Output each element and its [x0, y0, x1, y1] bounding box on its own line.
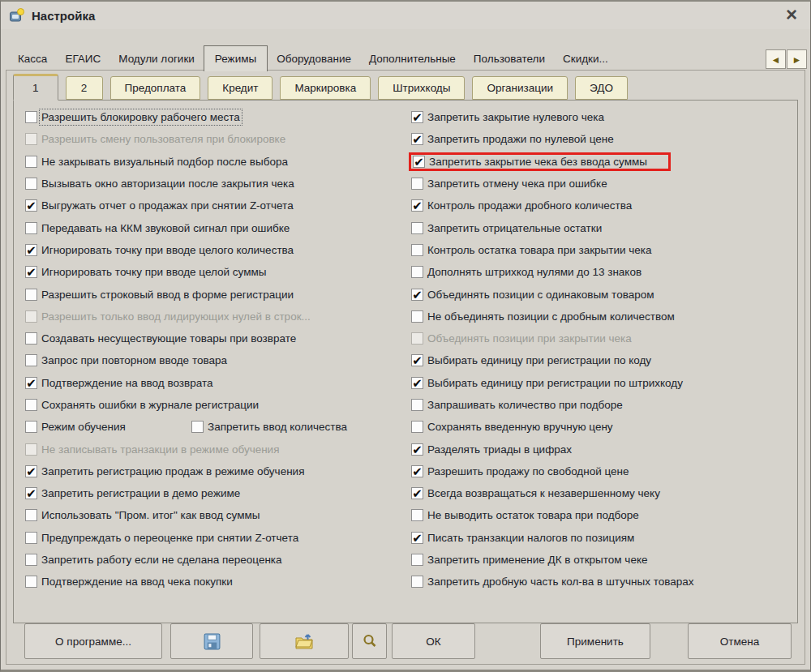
tab-скидки-[interactable]: Скидки...	[554, 47, 617, 71]
checkbox[interactable]: ✔	[25, 266, 37, 278]
checkbox[interactable]: ✔	[25, 377, 37, 389]
checkbox-item[interactable]: Запретить отрицательные остатки	[411, 222, 602, 234]
checkbox-item[interactable]: ✔Писать транзакции налогов по позициям	[411, 532, 634, 544]
checkbox-item[interactable]: ✔Контроль продажи дробного количества	[411, 199, 632, 212]
checkbox[interactable]: ✔	[411, 133, 423, 145]
tab-егаис[interactable]: ЕГАИС	[56, 47, 109, 71]
tab-1[interactable]: 1	[13, 74, 58, 101]
checkbox-item[interactable]: Разрешить только ввод лидирующих нулей в…	[25, 310, 311, 323]
checkbox-item[interactable]: Не записывать транзакции в режиме обучен…	[25, 443, 279, 456]
tab-организации[interactable]: Организации	[472, 76, 568, 100]
tab-режимы[interactable]: Режимы	[204, 45, 268, 71]
scroll-left-icon[interactable]: ◄	[766, 49, 786, 69]
checkbox-item[interactable]: ✔Игнорировать точку при вводе целого кол…	[25, 244, 294, 256]
checkbox[interactable]	[411, 576, 423, 588]
checkbox[interactable]: ✔	[411, 487, 423, 499]
scroll-right-icon[interactable]: ►	[787, 49, 807, 69]
checkbox[interactable]	[411, 178, 423, 190]
checkbox[interactable]	[411, 332, 423, 345]
checkbox[interactable]	[411, 266, 423, 278]
checkbox-item[interactable]: Запретить отмену чека при ошибке	[411, 178, 607, 190]
checkbox[interactable]	[25, 111, 37, 123]
checkbox[interactable]: ✔	[411, 443, 423, 456]
save-button[interactable]	[170, 623, 253, 659]
checkbox-item[interactable]: Запрашивать количество при подборе	[411, 399, 623, 411]
checkbox[interactable]	[25, 332, 37, 345]
checkbox-item[interactable]: ✔Разрешить продажу по свободной цене	[411, 465, 629, 477]
checkbox-item[interactable]: Разрешить смену пользователя при блокиро…	[25, 133, 285, 145]
checkbox[interactable]	[25, 576, 37, 588]
tab-эдо[interactable]: ЭДО	[575, 76, 628, 100]
tab-маркировка[interactable]: Маркировка	[280, 76, 371, 100]
checkbox-item[interactable]: Сохранять ошибки в журнале регистрации	[25, 399, 259, 411]
checkbox-item[interactable]: Использовать "Пром. итог" как ввод суммы	[25, 509, 260, 521]
checkbox[interactable]: ✔	[25, 465, 37, 477]
checkbox-item[interactable]: ✔Запретить закрытие чека без ввода суммы	[409, 152, 671, 171]
checkbox[interactable]	[25, 222, 37, 234]
search-button[interactable]	[352, 623, 387, 659]
checkbox-item[interactable]: Запретить дробную часть кол-ва в штучных…	[411, 576, 693, 588]
checkbox-item[interactable]: Режим обучения	[25, 421, 191, 433]
checkbox[interactable]: ✔	[411, 377, 423, 389]
checkbox-item[interactable]: Запретить применение ДК в открытом чеке	[411, 554, 647, 566]
checkbox-item[interactable]: ✔Объединять позиции с одинаковым товаром	[411, 289, 654, 301]
load-button[interactable]	[260, 623, 349, 659]
checkbox-item[interactable]: ✔Запретить регистрацию продаж в режиме о…	[25, 465, 304, 477]
checkbox-item[interactable]: Разрешить строковый ввод в форме регистр…	[25, 289, 294, 301]
checkbox[interactable]	[25, 399, 37, 411]
checkbox-item[interactable]: ✔Подтверждение на ввод возврата	[25, 377, 212, 389]
checkbox[interactable]: ✔	[411, 199, 423, 212]
checkbox[interactable]	[411, 310, 423, 323]
checkbox-item[interactable]: ✔Выбирать единицу при регистрации по код…	[411, 354, 651, 366]
checkbox-item[interactable]: Не закрывать визуальный подбор после выб…	[25, 156, 288, 168]
checkbox[interactable]	[25, 554, 37, 566]
checkbox[interactable]	[25, 421, 37, 433]
tab-оборудование[interactable]: Оборудование	[268, 47, 360, 71]
checkbox[interactable]	[25, 178, 37, 190]
tab-модули-логики[interactable]: Модули логики	[109, 47, 204, 71]
checkbox-item[interactable]: Вызывать окно авторизации после закрытия…	[25, 178, 294, 190]
checkbox-item[interactable]: Сохранять введенную вручную цену	[411, 421, 613, 433]
checkbox[interactable]	[25, 509, 37, 521]
checkbox[interactable]	[411, 222, 423, 234]
checkbox-item[interactable]: Запретить ввод количества	[191, 421, 347, 433]
apply-button[interactable]: Применить	[540, 623, 650, 659]
tab-штрихкоды[interactable]: Штрихкоды	[378, 76, 465, 100]
checkbox-item[interactable]: ✔Запретить продажи по нулевой цене	[411, 133, 614, 145]
checkbox[interactable]: ✔	[411, 354, 423, 366]
checkbox[interactable]	[411, 509, 423, 521]
checkbox[interactable]: ✔	[411, 465, 423, 477]
tab-касса[interactable]: Касса	[9, 47, 56, 71]
checkbox[interactable]	[25, 310, 37, 323]
checkbox[interactable]: ✔	[411, 289, 423, 301]
cancel-button[interactable]: Отмена	[688, 623, 792, 659]
about-button[interactable]: О программе...	[24, 623, 162, 659]
checkbox-item[interactable]: Запретить работу если не сделана переоце…	[25, 554, 282, 566]
checkbox[interactable]	[25, 443, 37, 456]
checkbox-item[interactable]: Дополнять штрихкод нулями до 13 знаков	[411, 266, 642, 278]
checkbox-item[interactable]: Создавать несуществующие товары при возв…	[25, 332, 296, 345]
checkbox-item[interactable]: Контроль остатка товара при закрытии чек…	[411, 244, 652, 256]
checkbox[interactable]: ✔	[411, 532, 423, 544]
tab-кредит[interactable]: Кредит	[208, 76, 272, 100]
checkbox[interactable]	[25, 156, 37, 168]
checkbox[interactable]	[191, 421, 204, 433]
checkbox-item[interactable]: Не выводить остаток товара при подборе	[411, 509, 639, 521]
checkbox[interactable]: ✔	[411, 111, 423, 123]
checkbox[interactable]: ✔	[25, 199, 37, 212]
checkbox-item[interactable]: ✔Запретить закрытие нулевого чека	[411, 111, 604, 123]
tab-предоплата[interactable]: Предоплата	[110, 76, 201, 100]
checkbox-item[interactable]: Предупреждать о переоценке при снятии Z-…	[25, 532, 298, 544]
tab-пользователи[interactable]: Пользователи	[465, 47, 554, 71]
checkbox[interactable]	[411, 421, 423, 433]
checkbox-item[interactable]: Запрос при повторном вводе товара	[25, 354, 227, 366]
checkbox[interactable]	[411, 399, 423, 411]
checkbox[interactable]: ✔	[25, 487, 37, 499]
checkbox-item[interactable]: Подтверждение на ввод чека покупки	[25, 576, 233, 588]
checkbox-item[interactable]: Объединять позиции при закрытии чека	[411, 332, 632, 345]
checkbox-item[interactable]: ✔Всегда возвращаться к незавершенному че…	[411, 487, 660, 499]
checkbox-item[interactable]: ✔Запретить регистрации в демо режиме	[25, 487, 240, 499]
checkbox-item[interactable]: ✔Игнорировать точку при вводе целой сумм…	[25, 266, 266, 278]
close-icon[interactable]: ×	[786, 5, 797, 24]
checkbox[interactable]: ✔	[413, 156, 425, 168]
